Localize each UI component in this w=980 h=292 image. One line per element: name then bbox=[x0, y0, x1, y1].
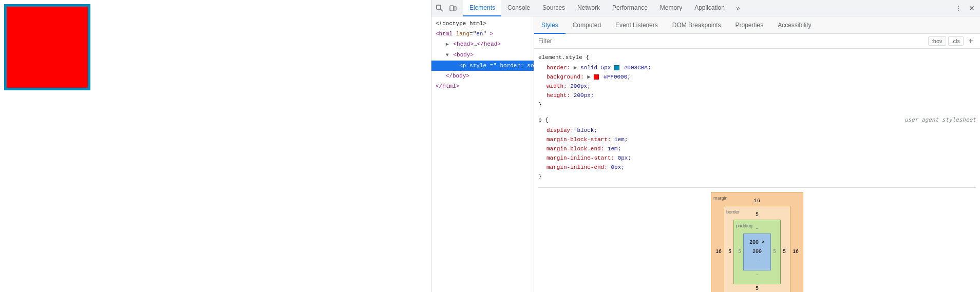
box-content-dash: – bbox=[756, 258, 759, 264]
css-prop-mis-name: margin-inline-start: bbox=[546, 155, 614, 161]
hov-button[interactable]: :hov bbox=[928, 36, 946, 46]
box-border-right-val[interactable]: 5 bbox=[783, 247, 786, 257]
css-selector-p: p { bbox=[538, 115, 549, 125]
dom-line-body-close[interactable]: </body> bbox=[431, 71, 534, 81]
dom-line-doctype[interactable]: <!doctype html> bbox=[431, 18, 534, 29]
css-prop-width-name: width: bbox=[546, 83, 567, 89]
css-mis-value: 0px; bbox=[618, 155, 631, 161]
css-mbe-value: 1em; bbox=[608, 146, 621, 152]
dom-line-html-close[interactable]: </html> bbox=[431, 81, 534, 91]
css-rule-close-2: } bbox=[538, 172, 976, 181]
css-bg-color-swatch[interactable] bbox=[594, 74, 599, 80]
subtab-event-listeners[interactable]: Event Listeners bbox=[608, 16, 665, 34]
close-devtools-icon[interactable]: ✕ bbox=[966, 2, 978, 14]
dom-line-body[interactable]: ▼ <body> bbox=[431, 50, 534, 61]
css-prop-border[interactable]: border: ▶ solid 5px #008CBA; bbox=[538, 63, 976, 72]
dom-head-tag: <head> bbox=[453, 41, 474, 47]
tab-application[interactable]: Application bbox=[688, 0, 731, 16]
preview-area bbox=[0, 0, 431, 292]
cls-button[interactable]: .cls bbox=[948, 36, 964, 46]
dom-p-attr-style-name: style bbox=[469, 63, 486, 69]
settings-icon[interactable]: ⋮ bbox=[952, 2, 965, 14]
box-margin-right-val[interactable]: 16 bbox=[793, 247, 799, 257]
inspect-element-icon[interactable] bbox=[434, 2, 446, 14]
css-prop-margin-inline-start[interactable]: margin-inline-start: 0px; bbox=[538, 153, 976, 163]
box-margin-top[interactable]: 16 bbox=[715, 197, 799, 206]
css-rule-element-style: element.style { border: ▶ solid 5px #008… bbox=[538, 53, 976, 109]
box-border-sides: 5 padding – 5 bbox=[728, 220, 786, 284]
filter-bar: :hov .cls + bbox=[534, 34, 980, 49]
filter-input[interactable] bbox=[538, 37, 924, 45]
box-padding-sides: 5 200 × 200 – 5 bbox=[738, 233, 776, 270]
subtab-accessibility[interactable]: Accessibility bbox=[770, 16, 818, 34]
tab-network[interactable]: Network bbox=[571, 0, 606, 16]
box-padding-top-val: – bbox=[756, 226, 759, 231]
tab-elements[interactable]: Elements bbox=[463, 0, 501, 16]
tab-console[interactable]: Console bbox=[501, 0, 536, 16]
subtab-properties[interactable]: Properties bbox=[728, 16, 770, 34]
box-padding-right-val[interactable]: 5 bbox=[773, 247, 776, 257]
css-prop-bg-name: background: bbox=[546, 74, 584, 80]
styles-content[interactable]: element.style { border: ▶ solid 5px #008… bbox=[534, 49, 980, 292]
css-height-value: 200px; bbox=[574, 92, 594, 99]
box-content: 200 × 200 – bbox=[743, 233, 771, 270]
css-prop-border-name: border: bbox=[546, 65, 570, 71]
css-mie-value: 0px; bbox=[611, 164, 624, 170]
box-border-bottom[interactable]: 5 bbox=[728, 284, 786, 292]
css-prop-margin-block-start[interactable]: margin-block-start: 1em; bbox=[538, 135, 976, 144]
css-border-color-swatch[interactable] bbox=[614, 65, 619, 70]
dom-body-triangle[interactable]: ▼ bbox=[446, 52, 449, 58]
add-style-rule-button[interactable]: + bbox=[966, 36, 976, 46]
css-rule-p-header: p { user agent stylesheet bbox=[538, 115, 976, 125]
box-padding-bottom[interactable]: – bbox=[738, 270, 776, 280]
css-prop-margin-block-end[interactable]: margin-block-end: 1em; bbox=[538, 144, 976, 153]
devtools-panel: Elements Console Sources Network Perform… bbox=[431, 0, 980, 292]
css-prop-mbe-name: margin-block-end: bbox=[546, 146, 604, 152]
box-margin: margin 16 16 border 5 bbox=[711, 192, 803, 292]
css-prop-height[interactable]: height: 200px; bbox=[538, 91, 976, 100]
dom-line-head[interactable]: ▶ <head>…</head> bbox=[431, 39, 534, 50]
svg-rect-0 bbox=[437, 5, 441, 9]
dom-html-attr-lang: lang bbox=[456, 31, 469, 37]
box-border: border 5 5 padding bbox=[724, 206, 790, 292]
box-margin-left-val[interactable]: 16 bbox=[715, 247, 722, 257]
tabs-overflow-button[interactable]: » bbox=[732, 2, 744, 14]
svg-line-1 bbox=[441, 9, 443, 11]
css-prop-width[interactable]: width: 200px; bbox=[538, 82, 976, 91]
dom-panel[interactable]: <!doctype html> <html lang="en" > ▶ <hea… bbox=[431, 16, 534, 292]
styles-panel: Styles Computed Event Listeners DOM Brea… bbox=[534, 16, 980, 292]
svg-rect-2 bbox=[450, 6, 454, 11]
css-bg-triangle[interactable]: ▶ bbox=[587, 74, 591, 80]
dom-line-html[interactable]: <html lang="en" > bbox=[431, 29, 534, 39]
filter-action-buttons: :hov .cls + bbox=[928, 36, 976, 46]
devtools-top-tabbar: Elements Console Sources Network Perform… bbox=[431, 0, 980, 16]
css-border-color-text: #008CBA; bbox=[624, 65, 651, 71]
devtools-actions: ⋮ ✕ bbox=[952, 2, 978, 14]
dom-head-triangle[interactable]: ▶ bbox=[446, 42, 449, 47]
device-toggle-icon[interactable] bbox=[447, 2, 459, 14]
dom-p-tag: <p bbox=[459, 63, 469, 69]
box-border-left-val[interactable]: 5 bbox=[728, 247, 731, 257]
dom-p-style-value: border: solid 5px #008CBA;background: #F… bbox=[500, 63, 534, 69]
css-border-triangle[interactable]: ▶ bbox=[574, 65, 577, 71]
tab-sources[interactable]: Sources bbox=[536, 0, 571, 16]
css-display-value: block; bbox=[577, 127, 597, 133]
css-width-value: 200px; bbox=[570, 83, 591, 89]
css-prop-background[interactable]: background: ▶ #FF0000; bbox=[538, 72, 976, 82]
dom-line-p-selected[interactable]: <p style =" border: solid 5px #008CBA;ba… bbox=[431, 61, 534, 71]
css-bg-color-text: #FF0000; bbox=[604, 74, 631, 80]
box-padding-left-val[interactable]: 5 bbox=[738, 247, 741, 257]
css-rule-p: p { user agent stylesheet display: block… bbox=[538, 115, 976, 181]
css-prop-mie-name: margin-inline-end: bbox=[546, 164, 608, 170]
css-prop-margin-inline-end[interactable]: margin-inline-end: 0px; bbox=[538, 163, 976, 172]
red-box-element bbox=[4, 4, 90, 90]
box-padding-bottom-val: – bbox=[756, 272, 759, 278]
subtab-computed[interactable]: Computed bbox=[566, 16, 608, 34]
box-padding: padding – 5 bbox=[733, 220, 781, 284]
tab-performance[interactable]: Performance bbox=[606, 0, 654, 16]
dom-body-close-tag: </body> bbox=[446, 73, 469, 79]
css-prop-display[interactable]: display: block; bbox=[538, 126, 976, 135]
subtab-dom-breakpoints[interactable]: DOM Breakpoints bbox=[665, 16, 728, 34]
tab-memory[interactable]: Memory bbox=[654, 0, 688, 16]
subtab-styles[interactable]: Styles bbox=[534, 16, 566, 34]
